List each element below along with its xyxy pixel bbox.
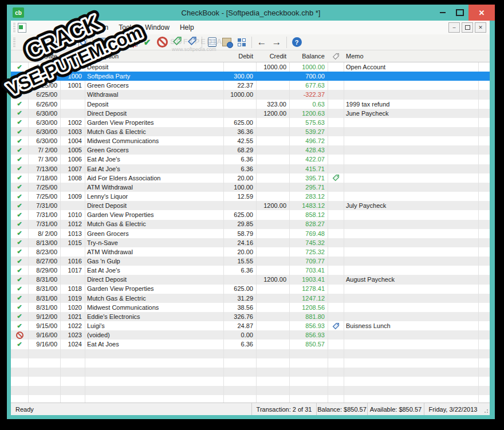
table-row[interactable]: ✔6/30/001003Mutch Gas & Electric36.36539… — [11, 127, 490, 136]
cell-status: ✔ — [11, 90, 28, 99]
cell-memo — [344, 330, 478, 340]
menu-item-transaction[interactable]: Transaction — [68, 22, 113, 33]
mdi-close-button[interactable]: ✕ — [475, 22, 486, 33]
cell-filler — [478, 118, 490, 127]
cell-date: 6/30/00 — [28, 118, 60, 127]
add-transaction-button[interactable]: + — [96, 35, 110, 49]
forward-arrow-button[interactable]: → — [270, 35, 284, 49]
cell-credit: 323.00 — [256, 100, 289, 109]
table-row[interactable]: ✔7/ 3/001006Eat At Joe's6.36422.07 — [11, 155, 490, 164]
table-row[interactable]: ✔9/15/001022Luigi's24.87856.93Buisness L… — [11, 321, 490, 330]
cleared-check-icon: ✔ — [17, 211, 22, 219]
header-number[interactable]: Number — [60, 50, 85, 62]
table-row[interactable]: ✔8/29/001017Eat At Joe's6.36703.41 — [11, 266, 490, 275]
cell-balance: 725.32 — [289, 247, 328, 257]
header-debit[interactable]: Debit — [223, 50, 256, 62]
cell-date: 7/ 2/00 — [28, 145, 60, 155]
table-row[interactable]: ✔7/25/001009Lenny's Liquor12.59283.12 — [11, 192, 490, 201]
table-row[interactable]: ✔6/30/001002Garden View Properites625.00… — [11, 118, 490, 127]
cleared-check-icon: ✔ — [17, 128, 22, 136]
header-status[interactable] — [11, 50, 28, 62]
table-row[interactable]: ✔7/13/001007Eat At Joe's6.36415.71 — [11, 164, 490, 173]
close-button[interactable]: ✕ — [468, 5, 495, 21]
cell-tag — [328, 229, 344, 238]
table-row[interactable]: ✔9/12/001021Eddie's Electronics326.76881… — [11, 312, 490, 321]
cell-description: Try-n-Save — [85, 238, 223, 247]
clear-transaction-button[interactable]: ✔ — [140, 35, 155, 49]
cell-debit — [223, 109, 256, 118]
table-row[interactable]: ✔8/31/001018Garden View Properties625.00… — [11, 284, 490, 293]
table-row[interactable]: ✔9/16/001024Eat At Joes6.36850.57 — [11, 340, 490, 349]
cell-balance: 828.27 — [289, 219, 328, 228]
cell-status: ✔ — [11, 118, 28, 127]
void-transaction-button[interactable] — [155, 35, 170, 49]
table-row[interactable]: ✔8/ 2/001013Green Grocers58.79769.48 — [11, 229, 490, 238]
table-row[interactable]: ✔8/27/001016Gas 'n Gulp15.55709.77 — [11, 257, 490, 266]
print-button[interactable] — [61, 35, 75, 49]
menu-item-tools[interactable]: Tools — [113, 22, 140, 33]
table-row[interactable]: ✔6/25/001001Green Grocers22.37677.63 — [11, 81, 490, 90]
toolbar-gripper[interactable] — [13, 38, 15, 47]
header-credit[interactable]: Credit — [256, 50, 289, 62]
header-date[interactable]: Date — [28, 50, 60, 62]
table-row[interactable]: 9/16/001023(voided)0.00856.93 — [11, 330, 490, 340]
table-row[interactable]: ✔6/18/00Deposit1000.001000.00Open Accoun… — [11, 62, 490, 72]
cell-status: ✔ — [11, 192, 28, 201]
header-description[interactable]: Description — [85, 50, 223, 62]
cleared-check-icon: ✔ — [17, 322, 22, 330]
delete-transaction-button[interactable]: ✗ — [125, 35, 140, 49]
table-row[interactable]: ✔6/30/00Direct Deposit1200.001200.63June… — [11, 109, 490, 118]
resize-grip[interactable] — [482, 403, 490, 415]
mdi-restore-button[interactable] — [462, 22, 473, 33]
minimize-button[interactable] — [434, 5, 451, 21]
cell-description: Mutch Gas & Electric — [85, 127, 223, 136]
cell-tag — [328, 72, 344, 81]
table-row[interactable]: ✔8/31/00Direct Deposit1200.001903.41Augu… — [11, 275, 490, 284]
edit-transaction-button[interactable]: ✎ — [111, 35, 125, 49]
header-balance[interactable]: Balance — [289, 50, 328, 62]
maximize-button[interactable] — [451, 5, 468, 21]
menu-item-window[interactable]: Window — [140, 22, 175, 33]
cell-balance: 1903.41 — [289, 275, 328, 284]
table-row[interactable]: ✔7/18/001008Aid For Elders Association20… — [11, 173, 490, 183]
cell-date: 9/15/00 — [28, 321, 60, 330]
table-row[interactable]: ✔7/31/001010Garden View Properties625.00… — [11, 210, 490, 219]
table-row[interactable]: ✔7/ 2/001005Green Grocers68.29428.43 — [11, 145, 490, 155]
header-memo[interactable]: Memo — [344, 50, 478, 62]
print-preview-button[interactable] — [76, 35, 90, 49]
table-row[interactable]: ✔8/23/00ATM Withdrawal20.00725.32 — [11, 247, 490, 257]
back-arrow-button[interactable]: ← — [255, 35, 269, 49]
table-row[interactable]: ✔6/30/001004Midwest Communications42.554… — [11, 136, 490, 145]
mdi-minimize-button[interactable]: – — [448, 22, 460, 33]
menubar-gripper[interactable] — [13, 23, 15, 32]
cleared-check-icon: ✔ — [17, 137, 22, 145]
menu-item-help[interactable]: Help — [175, 22, 199, 33]
cell-date: 9/16/00 — [28, 340, 60, 349]
cell-memo — [344, 284, 478, 293]
reports-grid-icon-q4 — [242, 43, 246, 46]
cell-filler — [478, 81, 490, 90]
mdi-document-icon[interactable] — [18, 23, 26, 33]
table-row[interactable]: ✔8/13/001015Try-n-Save24.16745.32 — [11, 238, 490, 247]
help-button[interactable]: ? — [290, 35, 304, 49]
cell-tag — [328, 100, 344, 109]
table-row[interactable]: ✔8/31/001019Mutch Gas & Electric31.29124… — [11, 294, 490, 303]
cell-debit: 0.00 — [223, 330, 256, 340]
cleared-check-icon: ✔ — [17, 276, 22, 283]
table-row[interactable]: ✔6/19/001000Softpedia Party300.00700.00 — [11, 72, 490, 81]
accounts-icon — [222, 38, 231, 46]
cell-memo — [344, 136, 478, 145]
table-row[interactable]: ✔7/31/00Direct Deposit1200.001483.12July… — [11, 201, 490, 210]
reports-grid-button[interactable] — [235, 35, 249, 49]
cell-date: 9/16/00 — [28, 330, 60, 340]
header-tag[interactable] — [328, 50, 344, 62]
cell-date: 6/25/00 — [28, 81, 60, 90]
table-row[interactable]: ✔6/25/00Withdrawal1000.00-322.37 — [11, 90, 490, 99]
table-row[interactable]: ✔7/25/00ATM Withdrawal100.00295.71 — [11, 183, 490, 192]
table-row[interactable]: ✔8/31/001020Midwest Communications38.561… — [11, 303, 490, 312]
table-row[interactable]: ✔7/31/001012Mutch Gas & Electric29.85828… — [11, 219, 490, 228]
cell-debit: 38.56 — [223, 303, 256, 312]
table-row[interactable]: ✔6/26/00Deposit323.000.631999 tax refund — [11, 100, 490, 109]
cell-description: Direct Deposit — [85, 201, 223, 210]
cell-memo — [344, 294, 478, 303]
